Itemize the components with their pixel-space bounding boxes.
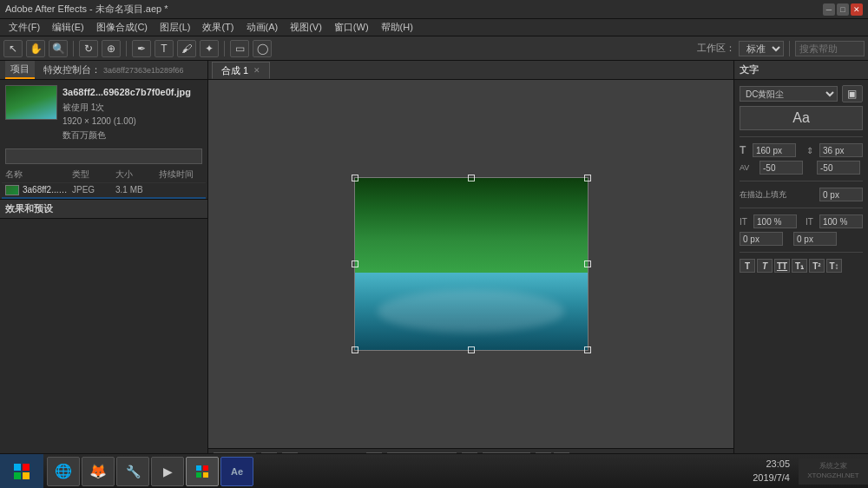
comp-image-frame[interactable] [354,177,589,351]
workspace-select[interactable]: 标准 [739,41,784,56]
size-icon: T [740,144,750,156]
start-button[interactable] [0,454,43,489]
menu-composition[interactable]: 图像合成(C) [91,19,153,36]
effects-panel-header: 效果和预设 [0,200,207,219]
fmt-underline[interactable]: TT [774,259,790,273]
svg-rect-5 [203,465,208,471]
tracking-input[interactable] [760,161,803,175]
handle-top-right[interactable] [584,175,591,181]
main-layout: 项目 特效控制台： 3a68ff27363e1b289f66 3a68ff2..… [0,61,868,469]
scale-v-input[interactable] [819,214,863,228]
text-panel-title: 文字 [740,63,759,76]
project-search-input[interactable] [5,148,202,164]
comp-tab-close[interactable]: ✕ [253,66,260,75]
tool-shape-ellipse[interactable]: ◯ [253,40,272,57]
project-item-comp[interactable]: ▣ 合成 1 合成 7:00 [2,197,206,199]
fmt-sup[interactable]: T² [809,259,825,273]
scale-row: IT IT [740,214,863,228]
menu-window[interactable]: 窗口(W) [329,19,374,36]
fmt-sub[interactable]: T₁ [792,259,807,273]
tool-select[interactable]: ↖ [3,40,23,57]
minimize-button[interactable]: ─ [823,3,835,16]
item-type-image: JPEG [72,185,115,195]
toolbar-sep-2 [126,41,127,56]
comp-viewer[interactable] [208,80,733,448]
tool-text[interactable]: T [155,40,174,57]
text-panel-content: DC黄阳尘 ▣ Aa T ⇕ AV 在描边上填充 [734,80,868,278]
item-size-image: 3.1 MB [115,185,159,195]
tool-hand[interactable]: ✋ [26,40,45,57]
handle-mid-left[interactable] [352,260,358,267]
effects-panel: 效果和预设 [0,200,207,469]
tsume-input[interactable] [793,232,837,246]
taskbar-util[interactable]: 🔧 [116,457,149,486]
handle-mid-right[interactable] [584,260,591,267]
preview-usage: 被使用 1次 [62,101,191,115]
project-panel-header: 项目 特效控制台： 3a68ff27363e1b289f66 [0,61,207,80]
tool-anchor[interactable]: ⊕ [102,40,121,57]
col-dur-header: 持续时间 [159,168,202,181]
scale-h-input[interactable] [753,214,797,228]
toolbar-sep-3 [224,41,225,56]
close-button[interactable]: ✕ [851,3,863,16]
image-icon [5,185,19,195]
menu-file[interactable]: 文件(F) [3,19,45,36]
comp-image [355,178,588,350]
menu-animation[interactable]: 动画(A) [241,19,284,36]
tool-pen[interactable]: ✒ [132,40,151,57]
menu-layer[interactable]: 图层(L) [155,19,195,36]
preview-thumb [5,85,57,120]
tool-rotate[interactable]: ↻ [79,40,98,57]
project-tab[interactable]: 项目 [5,61,35,79]
taskbar-ie[interactable]: 🌐 [47,457,80,486]
fmt-bold[interactable]: T [740,259,755,273]
divider-2 [740,181,863,181]
fill-offset[interactable] [819,188,863,201]
taskbar-win[interactable] [186,457,219,486]
menu-view[interactable]: 视图(V) [285,19,327,36]
taskbar-media[interactable]: ▶ [151,457,184,486]
handle-bot-right[interactable] [584,346,591,353]
svg-rect-7 [203,472,208,478]
fmt-italic[interactable]: T [757,259,773,273]
item-name-image: 3a68ff2...69628c7b7f0e0f.jpg [23,185,72,195]
tool-brush[interactable]: 🖌 [177,40,196,57]
maximize-button[interactable]: □ [837,3,849,16]
fmt-flip[interactable]: T↕ [826,259,842,273]
tool-stamp[interactable]: ✦ [200,40,219,57]
project-item-image[interactable]: 3a68ff2...69628c7b7f0e0f.jpg JPEG 3.1 MB [2,183,206,197]
tool-shape-rect[interactable]: ▭ [230,40,249,57]
project-list-header: 名称 类型 大小 持续时间 [2,167,206,183]
col-type-header: 类型 [72,168,115,181]
clock-time: 23:05 [753,458,790,471]
preview-dims: 1920 × 1200 (1.00) [62,115,191,129]
taskbar-ae[interactable]: Ae [220,457,253,486]
divider-1 [740,136,863,137]
taskbar-clock: 23:05 2019/7/4 [744,458,799,485]
project-search [2,146,206,167]
comp-tabbar: 合成 1 ✕ [208,61,733,80]
windows-logo-icon [13,463,30,480]
menu-effects[interactable]: 效果(T) [197,19,239,36]
handle-bot-center[interactable] [468,346,475,353]
tool-zoom[interactable]: 🔍 [49,40,68,57]
font-select[interactable]: DC黄阳尘 [740,86,838,102]
effects-ctrl-tab[interactable]: 特效控制台： 3a68ff27363e1b289f66 [38,62,189,78]
help-search[interactable] [795,41,865,56]
font-size-input[interactable] [753,143,796,157]
handle-top-center[interactable] [468,175,475,181]
menu-edit[interactable]: 编辑(E) [47,19,89,36]
leading-input[interactable] [819,143,863,157]
handle-top-left[interactable] [352,175,358,181]
baseline-input[interactable] [740,232,783,246]
taskbar-browser[interactable]: 🦊 [82,457,115,486]
window-controls: ─ □ ✕ [823,3,863,16]
tracking-input2[interactable] [817,161,860,175]
app-title: Adobe After Effects - 未命名项目.aep * [5,3,168,16]
handle-bot-left[interactable] [352,346,358,353]
font-style-btn[interactable]: ▣ [842,85,863,102]
text-format-row: T T TT T₁ T² T↕ [740,259,863,273]
comp-tab-main[interactable]: 合成 1 ✕ [212,62,270,79]
menu-help[interactable]: 帮助(H) [376,19,418,36]
divider-3 [740,208,863,208]
